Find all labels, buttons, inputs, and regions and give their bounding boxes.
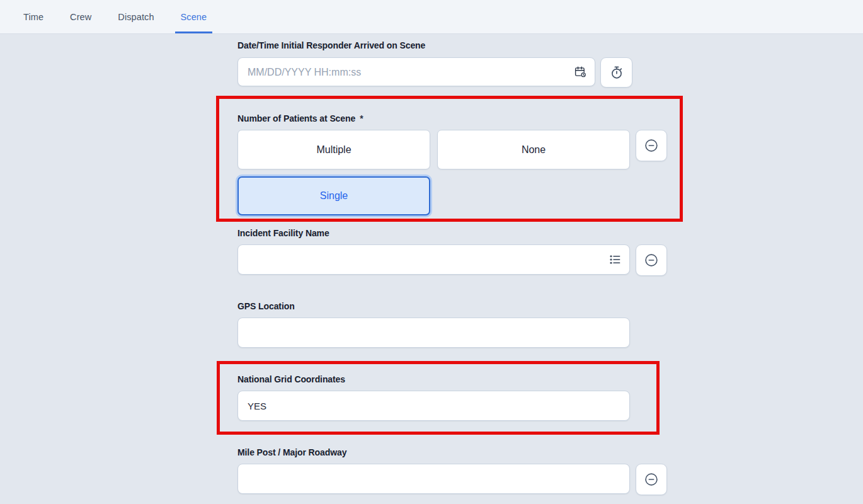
national-grid-field [237, 391, 630, 421]
patients-label-text: Number of Patients at Scene [237, 113, 355, 123]
gps-location-input[interactable] [237, 318, 630, 348]
datetime-arrived-input[interactable] [237, 57, 595, 86]
required-marker: * [360, 113, 363, 123]
datetime-arrived-field [237, 57, 595, 86]
incident-facility-input[interactable] [237, 244, 630, 275]
option-none[interactable]: None [437, 130, 630, 169]
national-grid-label: National Grid Coordinates [237, 374, 345, 384]
incident-facility-label: Incident Facility Name [237, 228, 329, 238]
current-time-button[interactable] [600, 57, 632, 88]
datetime-arrived-label: Date/Time Initial Responder Arrived on S… [237, 40, 425, 50]
gps-location-label: GPS Location [237, 301, 295, 311]
patients-at-scene-label: Number of Patients at Scene* [237, 113, 363, 123]
minus-circle-icon [643, 137, 660, 154]
mile-post-input[interactable] [237, 464, 630, 494]
tab-time[interactable]: Time [23, 0, 43, 33]
stopwatch-icon [609, 65, 624, 80]
tab-scene[interactable]: Scene [175, 0, 213, 33]
calendar-clock-icon[interactable] [574, 66, 587, 79]
mile-post-remove-button[interactable] [636, 464, 667, 495]
tab-bar: Time Crew Dispatch Scene [0, 0, 863, 34]
option-multiple[interactable]: Multiple [237, 130, 430, 169]
tab-dispatch[interactable]: Dispatch [118, 0, 154, 33]
list-icon[interactable] [609, 253, 622, 266]
minus-circle-icon [643, 471, 660, 488]
tab-crew[interactable]: Crew [70, 0, 91, 33]
incident-facility-remove-button[interactable] [636, 244, 667, 276]
incident-facility-field [237, 244, 630, 275]
gps-location-field [237, 318, 630, 348]
minus-circle-icon [643, 252, 660, 268]
mile-post-field [237, 464, 630, 494]
national-grid-input[interactable] [237, 391, 630, 421]
patients-remove-button[interactable] [636, 130, 667, 161]
option-single[interactable]: Single [237, 176, 430, 215]
mile-post-label: Mile Post / Major Roadway [237, 447, 346, 457]
